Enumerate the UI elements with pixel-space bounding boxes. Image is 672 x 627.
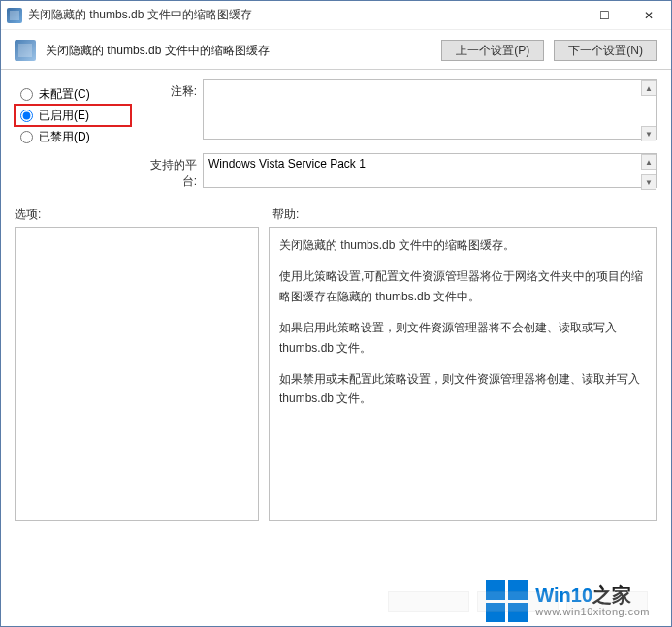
help-label: 帮助: [272,206,657,223]
options-label: 选项: [15,206,272,223]
platform-label: 支持的平台: [137,147,197,190]
titlebar: 关闭隐藏的 thumbs.db 文件中的缩略图缓存 — ☐ ✕ [1,1,671,30]
radio-disabled[interactable]: 已禁用(D) [15,126,131,147]
help-panel[interactable]: 关闭隐藏的 thumbs.db 文件中的缩略图缓存。 使用此策略设置,可配置文件… [269,227,657,521]
app-icon [7,8,22,23]
panels: 关闭隐藏的 thumbs.db 文件中的缩略图缓存。 使用此策略设置,可配置文件… [1,227,671,576]
scroll-up-icon[interactable]: ▲ [641,154,656,170]
radio-not-configured[interactable]: 未配置(C) [15,83,131,105]
maximize-button[interactable]: ☐ [582,1,626,29]
radio-group: 未配置(C) 已启用(E) 已禁用(D) [15,79,131,147]
help-para: 关闭隐藏的 thumbs.db 文件中的缩略图缓存。 [279,235,647,255]
watermark-text: Win10之家 www.win10xitong.com [535,584,650,617]
radio-not-configured-label: 未配置(C) [39,86,90,103]
options-panel[interactable] [15,227,259,521]
comment-field[interactable] [203,79,657,140]
radio-disabled-label: 已禁用(D) [39,129,90,145]
help-para: 如果禁用或未配置此策略设置，则文件资源管理器将创建、读取并写入 thumbs.d… [279,369,647,409]
window-buttons: — ☐ ✕ [537,1,671,29]
radio-not-configured-input[interactable] [20,88,33,101]
watermark: Win10之家 www.win10xitong.com [486,580,650,622]
header-row: 关闭隐藏的 thumbs.db 文件中的缩略图缓存 上一个设置(P) 下一个设置… [1,30,671,69]
comment-label: 注释: [137,79,197,100]
radio-enabled-label: 已启用(E) [39,108,89,124]
scroll-down-icon[interactable]: ▼ [641,126,656,141]
platform-field-wrap: ▲ ▼ [203,153,657,191]
watermark-big: Win10之家 [535,584,650,606]
radio-disabled-input[interactable] [20,131,33,143]
next-setting-button[interactable]: 下一个设置(N) [554,40,657,61]
help-para: 如果启用此策略设置，则文件资源管理器将不会创建、读取或写入 thumbs.db … [279,318,647,358]
windows-logo-icon [486,580,528,622]
policy-title: 关闭隐藏的 thumbs.db 文件中的缩略图缓存 [46,43,432,59]
scroll-up-icon[interactable]: ▲ [641,80,656,96]
ok-button[interactable] [388,591,469,612]
minimize-button[interactable]: — [537,1,582,29]
close-button[interactable]: ✕ [626,1,671,29]
help-para: 使用此策略设置,可配置文件资源管理器将位于网络文件夹中的项目的缩略图缓存在隐藏的… [279,266,647,306]
window-title: 关闭隐藏的 thumbs.db 文件中的缩略图缓存 [28,7,537,23]
radio-enabled-input[interactable] [20,110,33,122]
divider [1,69,671,70]
radio-enabled[interactable]: 已启用(E) [15,105,131,126]
watermark-suffix: 之家 [592,584,631,606]
scroll-down-icon[interactable]: ▼ [641,174,656,190]
watermark-prefix: Win10 [535,584,592,606]
section-labels: 选项: 帮助: [1,191,671,227]
prev-setting-button[interactable]: 上一个设置(P) [441,40,544,61]
config-grid: 未配置(C) 已启用(E) 已禁用(D) 注释: ▲ ▼ 支持的平台: ▲ ▼ [1,76,671,191]
watermark-url: www.win10xitong.com [535,606,650,617]
policy-icon [15,40,36,61]
platform-field[interactable] [203,153,657,188]
comment-field-wrap: ▲ ▼ [203,79,657,142]
